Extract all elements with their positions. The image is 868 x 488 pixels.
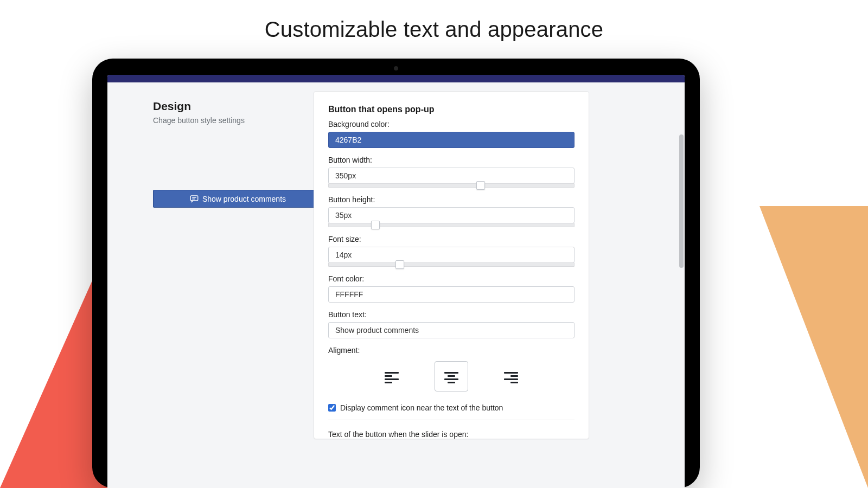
display-icon-checkbox[interactable]	[328, 404, 336, 412]
button-text-input[interactable]	[328, 322, 575, 338]
font-size-label: Font size:	[328, 235, 575, 243]
button-width-input[interactable]	[328, 168, 575, 184]
align-center-icon	[444, 370, 458, 382]
laptop-mockup: Design Chage button style settings Show …	[92, 59, 700, 488]
slider-thumb[interactable]	[395, 260, 404, 269]
bg-color-input[interactable]	[328, 132, 575, 148]
button-height-input[interactable]	[328, 207, 575, 223]
svg-rect-0	[190, 196, 198, 201]
button-text-label: Button text:	[328, 310, 575, 319]
align-right-button[interactable]	[494, 361, 528, 391]
align-center-button[interactable]	[435, 361, 468, 391]
font-size-input[interactable]	[328, 247, 575, 263]
hero-title: Customizable text and appearance	[0, 0, 868, 42]
decorative-triangle-right	[760, 206, 868, 488]
button-height-slider[interactable]	[328, 223, 575, 227]
card-title: Button that opens pop-up	[328, 105, 575, 114]
button-height-label: Button height:	[328, 195, 575, 204]
button-width-label: Button width:	[328, 156, 575, 164]
scrollbar-thumb[interactable]	[679, 134, 684, 268]
camera-dot	[394, 66, 398, 70]
align-right-icon	[504, 370, 518, 382]
font-color-label: Font color:	[328, 274, 575, 283]
display-icon-row[interactable]: Display comment icon near the text of th…	[328, 403, 575, 412]
bg-color-label: Background color:	[328, 120, 575, 129]
button-width-slider[interactable]	[328, 183, 575, 188]
align-left-button[interactable]	[375, 361, 409, 391]
preview-show-comments-button[interactable]: Show product comments	[153, 190, 322, 208]
slider-thumb[interactable]	[476, 181, 485, 190]
open-text-label: Text of the button when the slider is op…	[328, 430, 575, 439]
divider	[328, 420, 575, 420]
app-top-bar	[107, 75, 685, 82]
section-heading: Design	[153, 100, 303, 113]
section-subheading: Chage button style settings	[153, 116, 303, 125]
align-left-icon	[385, 370, 399, 382]
preview-button-label: Show product comments	[202, 195, 286, 203]
alignment-label: Aligment:	[328, 346, 575, 355]
comment-icon	[189, 194, 199, 204]
font-size-slider[interactable]	[328, 262, 575, 267]
font-color-input[interactable]	[328, 286, 575, 303]
slider-thumb[interactable]	[371, 221, 380, 229]
display-icon-label: Display comment icon near the text of th…	[340, 403, 503, 412]
